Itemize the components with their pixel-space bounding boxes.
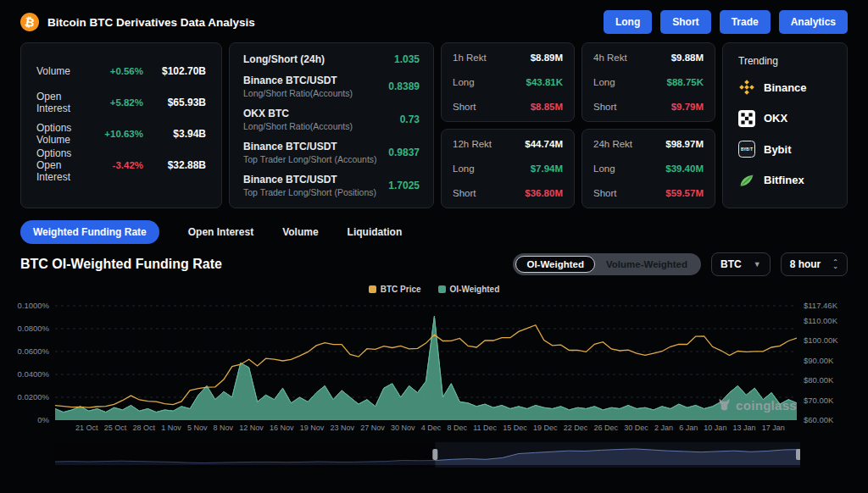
tab-liquidation[interactable]: Liquidation (348, 220, 403, 244)
ls-row-binance-accounts: Binance BTC/USDT Long/Short Ratio(Accoun… (243, 75, 420, 98)
x-axis-label: 16 Nov (270, 424, 294, 432)
y-axis-label-right: $100.00K (804, 335, 838, 345)
rekt-title: 4h Rekt (593, 53, 627, 63)
binance-icon (738, 79, 755, 96)
ls-row-okx-accounts: OKX BTC Long/Short Ratio(Accounts) 0.73 (243, 108, 420, 131)
chart-title: BTC OI-Weighted Funding Rate (20, 257, 222, 272)
long-short-panel: Long/Short (24h) 1.035 Binance BTC/USDT … (229, 42, 434, 208)
long-button[interactable]: Long (604, 10, 652, 34)
rekt-long-value: $43.81K (526, 77, 563, 87)
x-axis-label: 11 Dec (473, 424, 497, 432)
trending-item-bitfinex[interactable]: Bitfinex (738, 165, 832, 197)
market-stats-panel: Volume +0.56% $102.70B Open Interest +5.… (20, 42, 222, 208)
spinner-up-down-icon: ⌃⌄ (832, 260, 838, 269)
interval-select[interactable]: 8 hour ⌃⌄ (781, 252, 848, 276)
legend-label: OI-Weighted (450, 285, 500, 294)
stat-value: $32.88B (143, 159, 206, 171)
x-axis-label: 8 Nov (214, 424, 234, 432)
brush-handle-left[interactable] (432, 449, 437, 460)
x-axis-label: 8 Dec (447, 424, 467, 432)
rekt-total: $44.74M (525, 139, 563, 149)
ls-row-top-trader-accounts: Binance BTC/USDT Top Trader Long/Short (… (243, 141, 420, 164)
stat-change: +5.82% (94, 97, 143, 108)
symbol-select[interactable]: BTC ▼ (711, 252, 771, 276)
volume-weighted-toggle[interactable]: Volume-Weighted (595, 256, 698, 273)
brand: ₿ Bitcoin BTC Derivatives Data Analysis (20, 13, 255, 31)
x-axis-label: 23 Nov (331, 424, 355, 432)
weighting-toggle: OI-Weighted Volume-Weighted (513, 253, 701, 275)
x-axis-label: 13 Jan (733, 424, 756, 432)
legend-item-btc-price[interactable]: BTC Price (369, 285, 421, 294)
oi-weighted-toggle[interactable]: OI-Weighted (515, 256, 595, 273)
stat-label: Options Volume (36, 122, 94, 146)
y-axis-label-left: 0.0800% (17, 324, 49, 333)
tab-weighted-funding-rate[interactable]: Weighted Funding Rate (20, 220, 159, 244)
short-button[interactable]: Short (660, 10, 710, 34)
rekt-short-label: Short (453, 102, 476, 112)
chart-legend: BTC Price OI-Weighted (0, 285, 868, 294)
tab-open-interest[interactable]: Open Interest (188, 220, 253, 244)
legend-item-oi-weighted[interactable]: OI-Weighted (438, 285, 500, 294)
x-axis-label: 26 Dec (593, 424, 618, 432)
x-axis-label: 25 Oct (104, 424, 127, 432)
trending-item-bybit[interactable]: BYB!T Bybit (738, 134, 832, 165)
oi-weighted-swatch-icon (438, 285, 446, 293)
x-axis-label: 15 Dec (503, 424, 527, 432)
y-axis-label-right: $117.46K (804, 301, 837, 310)
ls-label: Long/Short (24h) (243, 53, 325, 65)
bitcoin-logo-icon: ₿ (19, 11, 40, 32)
right-y-axis: $117.46K$110.00K$100.00K$90.00K$80.00K$7… (804, 297, 863, 420)
x-axis-label: 30 Nov (391, 424, 415, 432)
y-axis-label-left: 0% (37, 415, 49, 424)
y-axis-label-left: 0.1000% (17, 301, 49, 310)
rekt-total: $8.89M (531, 53, 563, 63)
watermark-text: coinglass (736, 398, 797, 413)
stat-change: +0.56% (94, 66, 143, 76)
chart-plot-area[interactable]: coinglass (55, 297, 797, 420)
trending-item-label: Bitfinex (764, 174, 804, 186)
app-root: ₿ Bitcoin BTC Derivatives Data Analysis … (0, 0, 868, 468)
x-axis-label: 10 Jan (704, 424, 726, 432)
trending-item-okx[interactable]: OKX (738, 103, 832, 135)
stat-value: $65.93B (143, 97, 206, 108)
tab-volume[interactable]: Volume (282, 220, 318, 244)
stat-row-open-interest: Open Interest +5.82% $65.93B (36, 86, 206, 118)
stat-label: Volume (36, 65, 94, 77)
rekt-card-12h: 12h Rekt$44.74M Long$7.94M Short$36.80M (441, 129, 575, 208)
ls-value: 0.8389 (388, 80, 420, 92)
trade-button[interactable]: Trade (720, 10, 771, 34)
stat-change: -3.42% (94, 160, 143, 170)
chevron-down-icon: ▼ (754, 260, 761, 269)
analytics-button[interactable]: Analytics (779, 10, 848, 34)
stat-row-volume: Volume +0.56% $102.70B (36, 55, 206, 86)
rekt-title: 1h Rekt (453, 53, 487, 63)
x-axis-label: 17 Jan (762, 424, 785, 432)
rekt-card-24h: 24h Rekt$98.97M Long$39.40M Short$59.57M (581, 129, 715, 208)
btc-price-swatch-icon (369, 285, 376, 293)
navigator-brush[interactable] (55, 442, 800, 468)
stat-change: +10.63% (94, 129, 143, 139)
svg-text:BYB!T: BYB!T (741, 148, 753, 152)
rekt-short-value: $9.79M (671, 102, 704, 112)
ls-value: 0.9837 (388, 147, 420, 158)
rekt-short-label: Short (593, 102, 617, 112)
x-axis-label: 4 Dec (421, 424, 442, 432)
y-axis-label-right: $60.00K (804, 415, 833, 424)
x-axis: 21 Oct25 Oct28 Oct1 Nov5 Nov8 Nov12 Nov1… (55, 424, 797, 432)
y-axis-label-left: 0.0200% (17, 392, 49, 402)
y-axis-label-left: 0.0600% (17, 346, 49, 356)
brush-handle-right[interactable] (796, 449, 800, 460)
bitfinex-icon (738, 172, 755, 189)
trending-item-label: OKX (764, 112, 787, 125)
ls-value: 1.7025 (388, 180, 420, 191)
legend-label: BTC Price (381, 285, 421, 294)
x-axis-label: 22 Dec (564, 424, 588, 432)
x-axis-label: 2 Jan (654, 424, 673, 432)
rekt-long-label: Long (453, 163, 475, 174)
stat-label: Open Interest (36, 91, 94, 114)
interval-select-value: 8 hour (790, 258, 821, 270)
chart-tabs: Weighted Funding Rate Open Interest Volu… (20, 220, 848, 244)
stat-row-options-open-interest: Options Open Interest -3.42% $32.88B (36, 149, 206, 180)
rekt-short-value: $36.80M (525, 188, 563, 198)
trending-item-binance[interactable]: Binance (738, 72, 832, 103)
